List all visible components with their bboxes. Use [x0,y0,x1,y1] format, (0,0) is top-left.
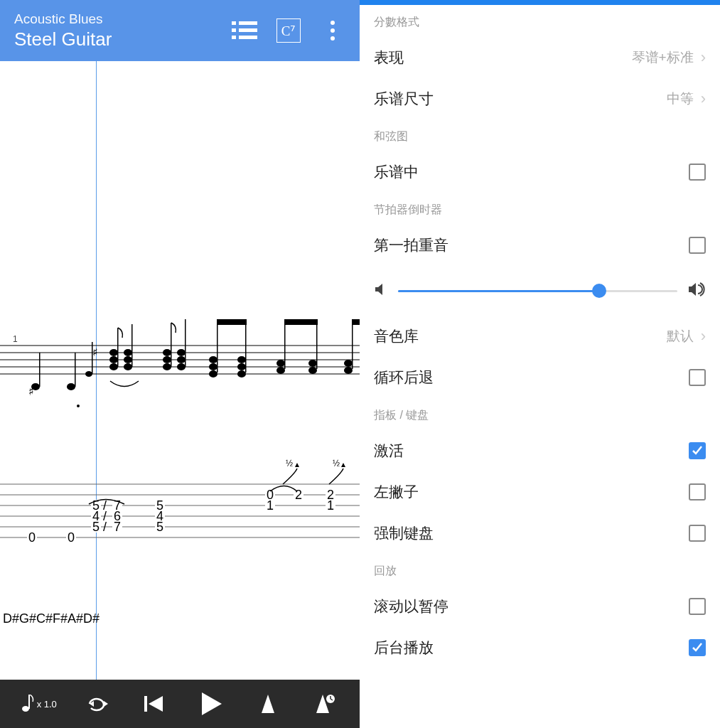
svg-rect-41 [185,319,186,367]
svg-point-38 [177,349,186,356]
checkbox[interactable] [689,525,706,542]
settings-panel[interactable]: 分數格式 表现 琴谱+标准 › 乐谱尺寸 中等 › 和弦图 乐谱中 节拍器倒时器… [360,5,720,728]
svg-rect-20 [39,353,41,387]
svg-rect-60 [352,319,353,369]
score-area[interactable]: 1 ♯ ♯ [0,61,360,680]
loop-button[interactable] [85,690,113,718]
svg-text:5: 5 [156,520,163,534]
checkbox[interactable] [689,442,706,459]
svg-text:5: 5 [92,520,100,534]
svg-text:½: ½ [286,459,293,469]
track-title: Steel Guitar [14,28,232,50]
volume-slider-row [360,266,720,316]
svg-rect-2 [232,28,236,32]
svg-point-27 [109,356,118,363]
svg-point-8 [331,21,335,25]
row-soundbank[interactable]: 音色库 默认 › [360,316,720,357]
svg-point-36 [163,363,171,370]
section-fretboard: 指板 / 键盘 [360,398,720,430]
svg-marker-119 [375,284,382,295]
row-label: 循环后退 [374,368,689,387]
svg-text:1: 1 [267,498,274,513]
row-label: 滚动以暂停 [374,596,689,616]
svg-point-52 [276,367,285,374]
row-label: 音色库 [374,326,667,346]
row-activate[interactable]: 激活 [360,430,720,471]
row-label: 后台播放 [374,638,689,658]
rewind-button[interactable] [141,690,169,718]
svg-point-48 [237,370,246,378]
svg-rect-1 [239,21,257,25]
row-score-size[interactable]: 乐谱尺寸 中等 › [360,78,720,119]
svg-point-39 [177,356,186,363]
section-playback: 回放 [360,554,720,586]
section-score-format: 分數格式 [360,5,720,37]
playback-bar: x 1.0 [0,680,360,728]
row-force-keyboard[interactable]: 强制键盘 [360,513,720,554]
svg-rect-37 [171,323,172,367]
row-label: 左撇子 [374,482,689,502]
checkbox[interactable] [689,639,706,656]
checkbox[interactable] [689,598,706,615]
metronome-button[interactable] [254,690,282,718]
svg-marker-110 [104,701,108,707]
chevron-right-icon: › [701,48,706,67]
svg-text:1: 1 [327,498,334,513]
svg-rect-49 [245,319,247,373]
svg-point-44 [209,370,217,378]
svg-rect-22 [75,353,76,387]
svg-marker-94 [295,463,299,467]
svg-rect-3 [239,28,257,32]
volume-low-icon [374,282,388,299]
checkbox[interactable] [689,369,706,386]
svg-rect-33 [131,324,133,367]
row-lefty[interactable]: 左撇子 [360,471,720,513]
svg-point-59 [344,367,353,374]
row-label: 强制键盘 [374,523,689,543]
svg-text:½: ½ [333,459,340,469]
track-list-icon[interactable] [232,18,257,43]
row-label: 表现 [374,48,632,68]
checkbox[interactable] [689,237,706,254]
svg-marker-113 [202,692,222,715]
row-first-beat-accent[interactable]: 第一拍重音 [360,225,720,266]
row-label: 第一拍重音 [374,235,689,255]
svg-point-51 [276,360,285,367]
play-button[interactable] [198,690,226,718]
countdown-button[interactable] [310,690,338,718]
svg-rect-24 [92,342,93,374]
volume-slider[interactable] [398,290,677,292]
svg-text:♯: ♯ [92,346,98,358]
svg-rect-45 [217,319,218,373]
more-icon[interactable] [320,18,345,43]
row-value: 中等 [667,90,694,108]
tablature: 0 0 5 4 5 /// 7 6 7 5 4 5 [0,456,360,584]
svg-rect-0 [232,21,236,25]
svg-point-21 [67,383,75,390]
row-scroll-pause[interactable]: 滚动以暂停 [360,586,720,627]
svg-point-28 [109,363,118,370]
svg-point-46 [237,356,246,363]
svg-point-35 [163,356,171,363]
svg-point-40 [177,363,186,370]
row-background-play[interactable]: 后台播放 [360,627,720,668]
svg-point-58 [344,360,353,367]
row-in-score[interactable]: 乐谱中 [360,151,720,193]
checkbox[interactable] [689,483,706,500]
svg-point-43 [209,363,217,370]
row-value: 默认 [667,327,694,346]
svg-text:/: / [103,520,107,534]
svg-marker-112 [149,696,163,712]
row-label: 乐谱尺寸 [374,89,667,109]
row-display[interactable]: 表现 琴谱+标准 › [360,37,720,78]
svg-text:0: 0 [68,530,75,545]
row-loop-rewind[interactable]: 循环后退 [360,357,720,398]
svg-marker-102 [341,463,345,467]
tempo-button[interactable]: x 1.0 [21,695,57,713]
svg-text:7: 7 [114,520,121,534]
chevron-right-icon: › [701,90,706,108]
right-header-bar [360,0,720,5]
chord-icon[interactable]: C⁷ [276,18,301,43]
svg-point-32 [124,363,132,370]
checkbox[interactable] [689,164,706,181]
